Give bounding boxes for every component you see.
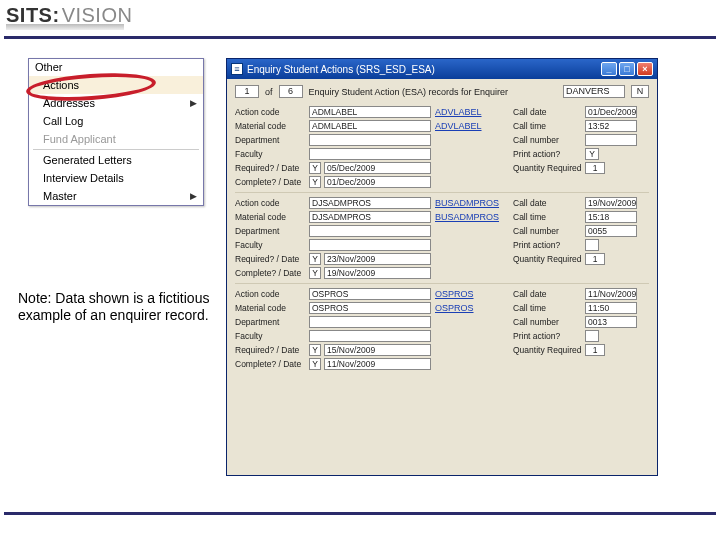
label-call-date: Call date [513, 198, 581, 208]
logo-part2: VISION [62, 4, 133, 26]
menu-item-fund-applicant[interactable]: Fund Applicant [29, 130, 203, 148]
qty-field[interactable]: 1 [585, 253, 605, 265]
material-code-field[interactable]: ADMLABEL [309, 120, 431, 132]
label-material: Material code [235, 303, 305, 313]
action-code-field[interactable]: OSPROS [309, 288, 431, 300]
yn-field[interactable]: Y [309, 253, 321, 265]
maximize-button[interactable]: □ [619, 62, 635, 76]
menu-item-addresses[interactable]: Addresses▶ [29, 94, 203, 112]
menu-item-label: Interview Details [43, 172, 124, 184]
action-code-field[interactable]: DJSADMPROS [309, 197, 431, 209]
menu-item-interview-details[interactable]: Interview Details [29, 169, 203, 187]
submenu-arrow-icon: ▶ [190, 191, 197, 201]
material-code-field[interactable]: DJSADMPROS [309, 211, 431, 223]
label-call-num: Call number [513, 317, 581, 327]
call-num-field[interactable]: 0013 [585, 316, 637, 328]
window-icon: ≡ [231, 63, 243, 75]
label-action: Action code [235, 289, 305, 299]
menu-item-label: Actions [43, 79, 79, 91]
label-dept: Department [235, 135, 305, 145]
call-time-field[interactable]: 11:50 [585, 302, 637, 314]
print-field[interactable]: Y [585, 148, 599, 160]
material-link[interactable]: BUSADMPROS [435, 212, 509, 222]
menu-item-master[interactable]: Master▶ [29, 187, 203, 205]
call-date-field[interactable]: 11/Nov/2009 [585, 288, 637, 300]
call-time-field[interactable]: 15:18 [585, 211, 637, 223]
qty-field[interactable]: 1 [585, 162, 605, 174]
call-num-field[interactable]: 0055 [585, 225, 637, 237]
complete-sub: Y01/Dec/2009 [309, 176, 431, 188]
yn-field[interactable]: Y [309, 358, 321, 370]
menu-item-actions[interactable]: Actions [29, 76, 203, 94]
complete-sub: Y19/Nov/2009 [309, 267, 431, 279]
menu-item-call-log[interactable]: Call Log [29, 112, 203, 130]
label-action: Action code [235, 107, 305, 117]
close-button[interactable]: × [637, 62, 653, 76]
label-call-date: Call date [513, 289, 581, 299]
date-field[interactable]: 01/Dec/2009 [324, 176, 431, 188]
header-desc: Enquiry Student Action (ESA) records for… [309, 87, 557, 97]
label-required: Required? / Date [235, 345, 305, 355]
dept-field[interactable] [309, 225, 431, 237]
label-complete: Complete? / Date [235, 268, 305, 278]
action-link[interactable]: OSPROS [435, 289, 509, 299]
qty-field[interactable]: 1 [585, 344, 605, 356]
action-code-field[interactable]: ADMLABEL [309, 106, 431, 118]
call-date-field[interactable]: 19/Nov/2009 [585, 197, 637, 209]
faculty-field[interactable] [309, 148, 431, 160]
label-faculty: Faculty [235, 331, 305, 341]
label-faculty: Faculty [235, 149, 305, 159]
print-field[interactable] [585, 239, 599, 251]
logo-shadow [6, 24, 124, 30]
date-field[interactable]: 15/Nov/2009 [324, 344, 431, 356]
complete-sub: Y11/Nov/2009 [309, 358, 431, 370]
action-link[interactable]: BUSADMPROS [435, 198, 509, 208]
menu-separator [33, 149, 199, 150]
label-qty: Quantity Required [513, 254, 581, 264]
faculty-field[interactable] [309, 330, 431, 342]
dept-field[interactable] [309, 134, 431, 146]
yn-field[interactable]: Y [309, 162, 321, 174]
date-field[interactable]: 11/Nov/2009 [324, 358, 431, 370]
label-qty: Quantity Required [513, 163, 581, 173]
minimize-button[interactable]: _ [601, 62, 617, 76]
enquirer-name: DANVERS [563, 85, 625, 98]
title-bar[interactable]: ≡ Enquiry Student Actions (SRS_ESD_ESA) … [227, 59, 657, 79]
label-call-num: Call number [513, 135, 581, 145]
action-link[interactable]: ADVLABEL [435, 107, 509, 117]
material-link[interactable]: ADVLABEL [435, 121, 509, 131]
date-field[interactable]: 05/Dec/2009 [324, 162, 431, 174]
label-faculty: Faculty [235, 240, 305, 250]
faculty-field[interactable] [309, 239, 431, 251]
record-pos[interactable]: 1 [235, 85, 259, 98]
of-label: of [265, 87, 273, 97]
menu-item-generated-letters[interactable]: Generated Letters [29, 151, 203, 169]
window-frame: ≡ Enquiry Student Actions (SRS_ESD_ESA) … [226, 58, 658, 476]
dept-field[interactable] [309, 316, 431, 328]
date-field[interactable]: 19/Nov/2009 [324, 267, 431, 279]
call-date-field[interactable]: 01/Dec/2009 [585, 106, 637, 118]
label-complete: Complete? / Date [235, 359, 305, 369]
record-header: 1 of 6 Enquiry Student Action (ESA) reco… [235, 85, 649, 98]
label-call-num: Call number [513, 226, 581, 236]
date-field[interactable]: 23/Nov/2009 [324, 253, 431, 265]
print-field[interactable] [585, 330, 599, 342]
enquirer-init: N [631, 85, 649, 98]
material-code-field[interactable]: OSPROS [309, 302, 431, 314]
label-print: Print action? [513, 240, 581, 250]
yn-field[interactable]: Y [309, 267, 321, 279]
yn-field[interactable]: Y [309, 344, 321, 356]
menu-item-label: Generated Letters [43, 154, 132, 166]
label-material: Material code [235, 121, 305, 131]
label-complete: Complete? / Date [235, 177, 305, 187]
call-time-field[interactable]: 13:52 [585, 120, 637, 132]
menu-item-label: Fund Applicant [43, 133, 116, 145]
label-call-time: Call time [513, 303, 581, 313]
label-print: Print action? [513, 331, 581, 341]
label-required: Required? / Date [235, 254, 305, 264]
context-menu: Other ActionsAddresses▶Call LogFund Appl… [28, 58, 204, 206]
yn-field[interactable]: Y [309, 176, 321, 188]
material-link[interactable]: OSPROS [435, 303, 509, 313]
label-call-time: Call time [513, 212, 581, 222]
call-num-field[interactable] [585, 134, 637, 146]
